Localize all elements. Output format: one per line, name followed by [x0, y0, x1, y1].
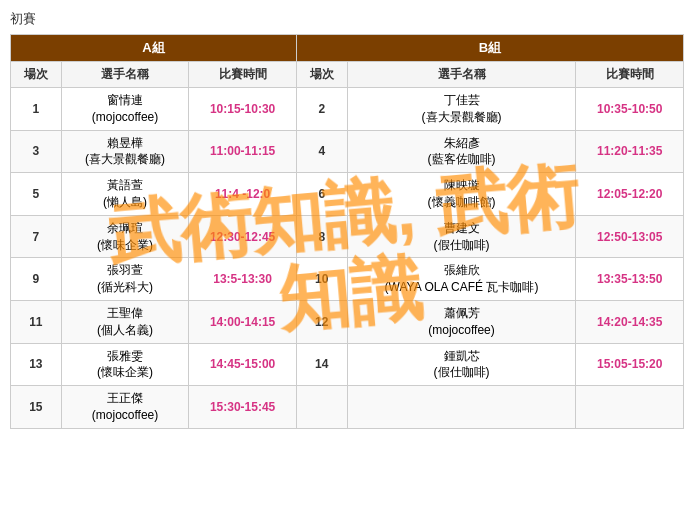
match-num-a: 13 — [11, 343, 62, 386]
col-time-b: 比賽時間 — [576, 62, 684, 88]
table-row: 11王聖偉(個人名義)14:00-14:1512蕭佩芳(mojocoffee)1… — [11, 300, 684, 343]
player-a: 賴昱樺(喜大景觀餐廳) — [61, 130, 189, 173]
time-b: 12:50-13:05 — [576, 215, 684, 258]
time-b: 14:20-14:35 — [576, 300, 684, 343]
match-num-a: 5 — [11, 173, 62, 216]
time-a: 10:15-10:30 — [189, 88, 297, 131]
page-title: 初賽 — [10, 10, 684, 28]
player-a: 王聖偉(個人名義) — [61, 300, 189, 343]
schedule-table: A組 B組 場次 選手名稱 比賽時間 場次 選手名稱 比賽時間 1窗情連(moj… — [10, 34, 684, 429]
table-row: 13張雅雯(懷味企業)14:45-15:0014鍾凱芯(假仕咖啡)15:05-1… — [11, 343, 684, 386]
time-b: 15:05-15:20 — [576, 343, 684, 386]
player-a: 張羽萱(循光科大) — [61, 258, 189, 301]
match-num-b: 4 — [296, 130, 347, 173]
player-a: 張雅雯(懷味企業) — [61, 343, 189, 386]
player-b: 曹建文(假仕咖啡) — [347, 215, 576, 258]
time-b: 11:20-11:35 — [576, 130, 684, 173]
time-a: 14:45-15:00 — [189, 343, 297, 386]
table-row: 15王正傑(mojocoffee)15:30-15:45 — [11, 386, 684, 429]
table-row: 5黃語萱(懶人島)11:4 -12:06陳映璇(懷義咖啡館)12:05-12:2… — [11, 173, 684, 216]
match-num-b: 10 — [296, 258, 347, 301]
time-a: 11:4 -12:0 — [189, 173, 297, 216]
table-row: 9張羽萱(循光科大)13:5-13:3010張維欣(WAYA OLA CAFÉ … — [11, 258, 684, 301]
player-b: 丁佳芸(喜大景觀餐廳) — [347, 88, 576, 131]
time-a: 15:30-15:45 — [189, 386, 297, 429]
col-match-b: 場次 — [296, 62, 347, 88]
time-b: 10:35-10:50 — [576, 88, 684, 131]
match-num-b: 6 — [296, 173, 347, 216]
col-time-a: 比賽時間 — [189, 62, 297, 88]
match-num-a: 11 — [11, 300, 62, 343]
player-b — [347, 386, 576, 429]
player-a: 王正傑(mojocoffee) — [61, 386, 189, 429]
match-num-b: 2 — [296, 88, 347, 131]
time-a: 12:30-12:45 — [189, 215, 297, 258]
table-row: 3賴昱樺(喜大景觀餐廳)11:00-11:154朱紹彥(藍客佐咖啡)11:20-… — [11, 130, 684, 173]
player-a: 余珮瑄(懷味企業) — [61, 215, 189, 258]
player-b: 蕭佩芳(mojocoffee) — [347, 300, 576, 343]
player-b: 陳映璇(懷義咖啡館) — [347, 173, 576, 216]
match-num-a: 3 — [11, 130, 62, 173]
time-b: 12:05-12:20 — [576, 173, 684, 216]
match-num-a: 1 — [11, 88, 62, 131]
col-match-a: 場次 — [11, 62, 62, 88]
time-b: 13:35-13:50 — [576, 258, 684, 301]
player-b: 張維欣(WAYA OLA CAFÉ 瓦卡咖啡) — [347, 258, 576, 301]
player-a: 黃語萱(懶人島) — [61, 173, 189, 216]
time-a: 14:00-14:15 — [189, 300, 297, 343]
player-a: 窗情連(mojocoffee) — [61, 88, 189, 131]
group-b-header: B組 — [296, 35, 683, 62]
match-num-b: 12 — [296, 300, 347, 343]
match-num-a: 15 — [11, 386, 62, 429]
col-player-b: 選手名稱 — [347, 62, 576, 88]
player-b: 朱紹彥(藍客佐咖啡) — [347, 130, 576, 173]
match-num-b: 14 — [296, 343, 347, 386]
match-num-a: 7 — [11, 215, 62, 258]
col-player-a: 選手名稱 — [61, 62, 189, 88]
table-row: 7余珮瑄(懷味企業)12:30-12:458曹建文(假仕咖啡)12:50-13:… — [11, 215, 684, 258]
table-row: 1窗情連(mojocoffee)10:15-10:302丁佳芸(喜大景觀餐廳)1… — [11, 88, 684, 131]
player-b: 鍾凱芯(假仕咖啡) — [347, 343, 576, 386]
time-a: 13:5-13:30 — [189, 258, 297, 301]
group-a-header: A組 — [11, 35, 297, 62]
time-b — [576, 386, 684, 429]
match-num-a: 9 — [11, 258, 62, 301]
match-num-b: 8 — [296, 215, 347, 258]
match-num-b — [296, 386, 347, 429]
time-a: 11:00-11:15 — [189, 130, 297, 173]
